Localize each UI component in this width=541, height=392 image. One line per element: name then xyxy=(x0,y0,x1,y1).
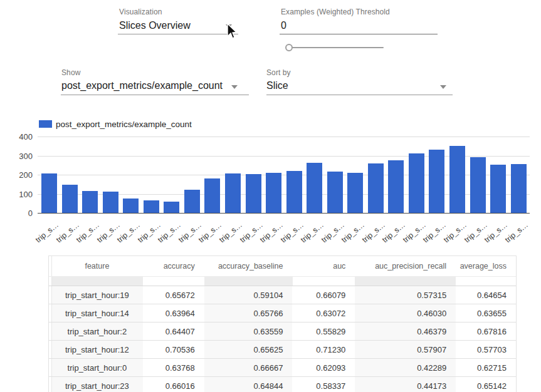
bar[interactable] xyxy=(388,160,404,213)
column-header-average_loss[interactable]: average_loss xyxy=(456,256,516,276)
table-cell: 0.63559 xyxy=(204,322,293,340)
table-cell: 0.66667 xyxy=(204,359,293,376)
column-header-auc[interactable]: auc xyxy=(292,256,355,276)
x-axis-tick-label: trip_s… xyxy=(248,220,284,253)
bar[interactable] xyxy=(470,157,486,213)
table-cell: 0.57315 xyxy=(355,286,456,304)
x-axis-tick-label: trip_s… xyxy=(493,220,529,253)
x-axis-tick-label: trip_s… xyxy=(125,220,162,253)
table-cell: 0.70536 xyxy=(143,341,204,358)
bar[interactable] xyxy=(204,178,220,213)
bar[interactable] xyxy=(225,173,241,213)
sort-by-chevron-down-icon[interactable] xyxy=(440,85,446,89)
bar[interactable] xyxy=(144,200,159,213)
bar[interactable] xyxy=(368,163,384,213)
column-header-accuracy[interactable]: accuracy xyxy=(143,256,204,276)
x-axis-tick-label: trip_s… xyxy=(166,220,202,253)
x-axis-tick-label: trip_s… xyxy=(391,220,427,253)
threshold-slider-knob[interactable] xyxy=(285,44,293,51)
x-axis-tick-label: trip_s… xyxy=(186,220,223,253)
x-axis-tick-label: trip_s… xyxy=(105,220,141,253)
bar[interactable] xyxy=(286,171,302,213)
filter-cell-feature xyxy=(52,277,143,286)
gridline xyxy=(38,175,530,175)
visualization-dropdown[interactable]: Slices Overview xyxy=(119,20,191,31)
table-row: trip_start_hour:120.705360.656250.712300… xyxy=(49,341,516,359)
bar[interactable] xyxy=(103,192,118,213)
gridline xyxy=(38,156,530,157)
table-cell: 0.63072 xyxy=(292,304,355,322)
bar[interactable] xyxy=(164,202,179,213)
table-cell: 0.66079 xyxy=(292,286,355,304)
legend-label: post_export_metrics/example_count xyxy=(56,120,192,129)
visualization-underline xyxy=(118,34,238,34)
table-cell: trip_start_hour:19 xyxy=(52,286,143,304)
bar[interactable] xyxy=(62,185,78,213)
x-axis-tick-label: trip_s… xyxy=(268,220,305,253)
sort-by-dropdown[interactable]: Slice xyxy=(266,80,288,91)
visualization-label: Visualization xyxy=(119,8,162,16)
legend-swatch xyxy=(39,120,52,128)
bar[interactable] xyxy=(409,153,424,213)
bar[interactable] xyxy=(246,174,261,213)
gridline xyxy=(38,194,530,195)
bar[interactable] xyxy=(123,199,139,213)
table-cell: 0.57703 xyxy=(456,341,516,358)
x-axis-tick-label: trip_s… xyxy=(472,220,508,253)
column-header-auc_precision_recall[interactable]: auc_precision_recall xyxy=(355,256,456,276)
y-axis-tick-label: 200 xyxy=(11,170,33,180)
bar[interactable] xyxy=(307,163,322,213)
table-cell: trip_start_hour:14 xyxy=(52,304,143,322)
show-chevron-down-icon[interactable] xyxy=(231,85,238,89)
table-cell: trip_start_hour:23 xyxy=(52,377,143,392)
table-cell: 0.62715 xyxy=(456,359,516,376)
table-cell: 0.58337 xyxy=(292,377,355,392)
table-cell: 0.64844 xyxy=(204,377,293,392)
slicing-metrics-browser: Visualization Slices Overview Examples (… xyxy=(0,0,541,392)
table-cell: trip_start_hour:2 xyxy=(52,322,143,340)
table-cell: 0.62093 xyxy=(292,359,355,376)
x-axis-tick-label: trip_s… xyxy=(370,220,406,253)
table-cell: 0.66016 xyxy=(143,377,204,392)
table-cell: trip_start_hour:0 xyxy=(52,359,143,376)
bar[interactable] xyxy=(327,172,343,213)
column-header-feature[interactable]: feature xyxy=(52,256,143,276)
bar[interactable] xyxy=(449,146,465,213)
x-axis-tick-label: trip_s… xyxy=(431,220,468,253)
y-axis-tick-label: 400 xyxy=(11,132,33,142)
column-header-accuracy_baseline[interactable]: accuracy_baseline xyxy=(204,256,293,276)
x-axis-tick-label: trip_s… xyxy=(44,220,80,253)
bar[interactable] xyxy=(184,190,200,213)
show-underline xyxy=(61,95,249,95)
bar[interactable] xyxy=(490,165,506,213)
filter-cell-auc_precision_recall xyxy=(355,277,456,286)
bar[interactable] xyxy=(82,191,98,213)
table-cell: 0.59104 xyxy=(204,286,293,304)
table-cell: 0.57907 xyxy=(355,341,456,358)
y-axis-tick-label: 0 xyxy=(11,209,33,218)
table-cell: 0.65625 xyxy=(204,341,293,358)
bar[interactable] xyxy=(347,173,363,213)
show-dropdown[interactable]: post_export_metrics/example_count xyxy=(61,80,223,91)
x-axis-tick-label: trip_s… xyxy=(228,220,264,253)
filter-cell-auc xyxy=(293,277,355,286)
table-cell: 0.64407 xyxy=(143,322,204,340)
bar[interactable] xyxy=(429,150,444,213)
metrics-table: featureaccuracyaccuracy_baselineaucauc_p… xyxy=(48,255,517,392)
table-row: trip_start_hour:20.644070.635590.558290.… xyxy=(49,322,516,341)
x-axis-tick-label: trip_s… xyxy=(145,220,182,253)
filter-cell-accuracy_baseline xyxy=(204,277,293,286)
filter-cell-average_loss xyxy=(456,277,516,286)
bar[interactable] xyxy=(41,173,57,213)
table-row: trip_start_hour:00.637680.666670.620930.… xyxy=(49,359,516,377)
bar[interactable] xyxy=(266,173,281,213)
table-cell: 0.55829 xyxy=(292,322,355,340)
table-cell: 0.64654 xyxy=(456,286,516,304)
threshold-input[interactable]: 0 xyxy=(281,20,286,31)
sort-by-label: Sort by xyxy=(266,68,291,77)
x-axis-tick-label: trip_s… xyxy=(207,220,243,253)
x-axis-tick-label: trip_s… xyxy=(452,220,488,253)
filter-cell-accuracy xyxy=(143,277,204,286)
bar[interactable] xyxy=(511,164,527,213)
threshold-slider-track[interactable] xyxy=(290,47,384,48)
